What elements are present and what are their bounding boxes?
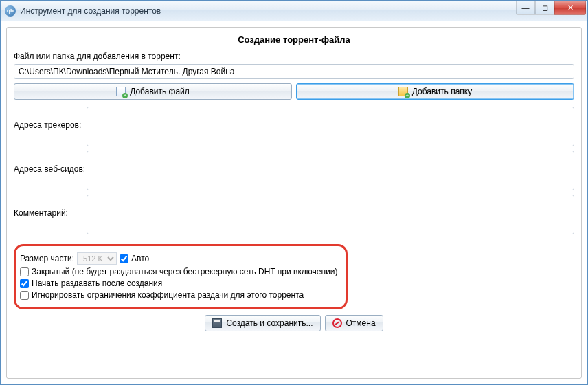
comment-label: Комментарий: <box>14 195 87 218</box>
ignore-ratio-label[interactable]: Игнорировать ограничения коэффициента ра… <box>32 290 304 300</box>
save-icon <box>212 318 222 328</box>
auto-checkbox[interactable] <box>120 254 128 263</box>
cancel-label: Отмена <box>346 318 376 328</box>
content-area: Создание торрент-файла Файл или папка дл… <box>1 21 587 384</box>
trackers-row: Адреса трекеров: <box>14 107 574 146</box>
close-button[interactable]: ✕ <box>554 1 586 15</box>
cancel-button[interactable]: Отмена <box>325 315 383 331</box>
cancel-icon <box>332 318 342 328</box>
ignore-ratio-checkbox[interactable] <box>20 291 29 300</box>
file-plus-icon <box>116 87 126 96</box>
panel-header: Создание торрент-файла <box>14 34 574 45</box>
auto-label[interactable]: Авто <box>131 254 149 263</box>
private-row: Закрытый (не будет раздаваться через бес… <box>20 267 340 276</box>
add-folder-label: Добавить папку <box>412 87 472 96</box>
create-save-label: Создать и сохранить... <box>226 318 313 328</box>
piece-size-select[interactable]: 512 КБ <box>77 252 117 265</box>
start-seeding-checkbox[interactable] <box>20 279 29 288</box>
maximize-button[interactable]: ◻ <box>535 1 554 15</box>
comment-row: Комментарий: <box>14 195 574 234</box>
webseeds-row: Адреса веб-сидов: <box>14 151 574 190</box>
add-buttons-row: Добавить файл Добавить папку <box>14 83 574 100</box>
main-panel: Создание торрент-файла Файл или папка дл… <box>6 27 582 379</box>
private-checkbox[interactable] <box>20 267 29 276</box>
start-seed-row: Начать раздавать после создания <box>20 278 340 288</box>
private-label[interactable]: Закрытый (не будет раздаваться через бес… <box>32 267 338 276</box>
app-icon: qb <box>5 6 16 16</box>
create-save-button[interactable]: Создать и сохранить... <box>205 315 320 331</box>
path-input[interactable] <box>14 64 574 79</box>
window-controls: — ◻ ✕ <box>516 1 586 15</box>
options-highlight: Размер части: 512 КБ Авто Закрытый (не б… <box>14 244 348 309</box>
piece-size-row: Размер части: 512 КБ Авто <box>20 252 340 265</box>
add-file-button[interactable]: Добавить файл <box>14 83 292 100</box>
add-folder-button[interactable]: Добавить папку <box>296 83 574 100</box>
torrent-creator-window: qb Инструмент для создания торрентов — ◻… <box>0 0 588 385</box>
comment-input[interactable] <box>87 195 574 234</box>
trackers-label: Адреса трекеров: <box>14 107 87 130</box>
window-title: Инструмент для создания торрентов <box>20 6 161 16</box>
trackers-input[interactable] <box>87 107 574 146</box>
footer-buttons: Создать и сохранить... Отмена <box>14 315 574 331</box>
ignore-ratio-row: Игнорировать ограничения коэффициента ра… <box>20 290 340 300</box>
minimize-button[interactable]: — <box>516 1 535 15</box>
titlebar: qb Инструмент для создания торрентов — ◻… <box>1 1 587 21</box>
piece-size-label: Размер части: <box>20 254 74 263</box>
webseeds-input[interactable] <box>87 151 574 190</box>
webseeds-label: Адреса веб-сидов: <box>14 151 87 174</box>
folder-plus-icon <box>398 87 408 96</box>
start-seeding-label[interactable]: Начать раздавать после создания <box>32 278 162 288</box>
add-file-label: Добавить файл <box>130 87 190 96</box>
path-label: Файл или папка для добавления в торрент: <box>14 52 574 61</box>
